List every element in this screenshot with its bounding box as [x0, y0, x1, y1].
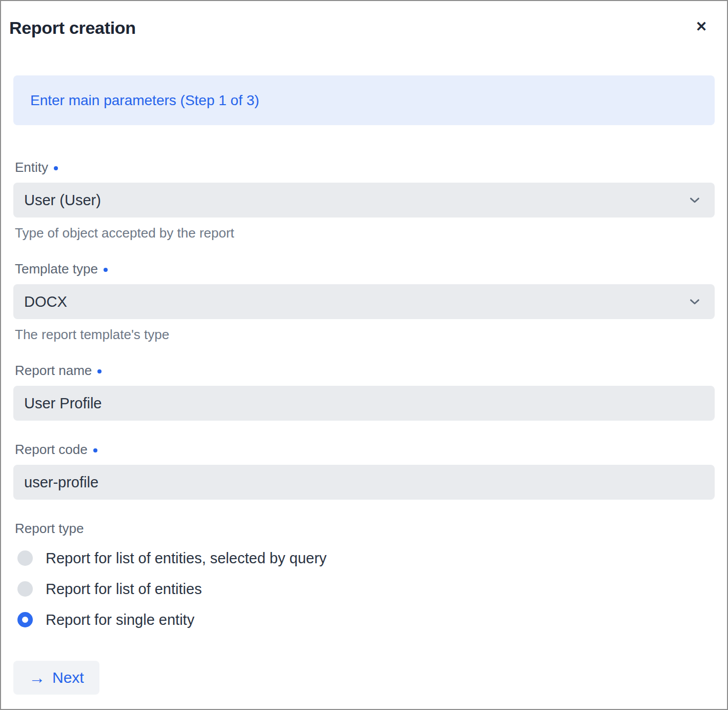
report-type-label: Report type: [15, 521, 715, 536]
required-dot: [93, 448, 97, 452]
report-code-field-group: Report code user-profile: [13, 442, 715, 500]
entity-label-text: Entity: [15, 160, 48, 174]
radio-option-label: Report for list of entities: [46, 581, 202, 598]
report-name-field-group: Report name User Profile: [13, 363, 715, 421]
close-icon[interactable]: ✕: [691, 16, 712, 37]
radio-button[interactable]: [17, 612, 33, 627]
template-type-label-text: Template type: [15, 262, 98, 276]
radio-button[interactable]: [17, 550, 33, 566]
entity-select-value: User (User): [24, 192, 687, 209]
report-name-input[interactable]: User Profile: [13, 386, 715, 421]
template-type-select-value: DOCX: [24, 293, 687, 310]
entity-select[interactable]: User (User): [13, 183, 715, 218]
chevron-down-icon: [687, 294, 702, 309]
radio-option-label: Report for single entity: [46, 612, 194, 628]
radio-option-list[interactable]: Report for list of entities: [13, 574, 715, 604]
next-button-label: Next: [52, 669, 84, 686]
chevron-down-icon: [687, 192, 702, 208]
radio-button[interactable]: [17, 581, 33, 597]
entity-label: Entity: [15, 160, 715, 174]
page-title: Report creation: [9, 16, 727, 39]
report-creation-modal: Report creation ✕ Enter main parameters …: [0, 0, 728, 710]
report-name-input-value: User Profile: [24, 395, 702, 412]
next-button[interactable]: → Next: [13, 661, 99, 695]
entity-field-group: Entity User (User) Type of object accept…: [13, 160, 715, 240]
template-type-field-group: Template type DOCX The report template's…: [13, 262, 715, 341]
report-type-options: Report for list of entities, selected by…: [13, 543, 715, 635]
required-dot: [97, 369, 102, 373]
report-name-label: Report name: [15, 363, 715, 378]
step-banner: Enter main parameters (Step 1 of 3): [13, 75, 715, 125]
report-type-group: Report type Report for list of entities,…: [13, 521, 715, 635]
report-name-label-text: Report name: [15, 363, 92, 378]
radio-option-list-by-query[interactable]: Report for list of entities, selected by…: [13, 543, 715, 574]
report-code-label: Report code: [15, 442, 715, 457]
template-type-label: Template type: [15, 262, 715, 276]
step-banner-text: Enter main parameters (Step 1 of 3): [30, 92, 259, 109]
template-type-select[interactable]: DOCX: [13, 284, 715, 319]
template-type-help-text: The report template's type: [15, 328, 715, 341]
radio-option-single-entity[interactable]: Report for single entity: [13, 604, 715, 635]
report-code-input-value: user-profile: [24, 474, 702, 491]
radio-option-label: Report for list of entities, selected by…: [46, 550, 327, 567]
entity-help-text: Type of object accepted by the report: [15, 226, 715, 240]
report-code-input[interactable]: user-profile: [13, 465, 715, 500]
required-dot: [54, 166, 58, 170]
report-code-label-text: Report code: [15, 442, 88, 457]
arrow-right-icon: →: [29, 669, 45, 686]
required-dot: [104, 268, 108, 272]
